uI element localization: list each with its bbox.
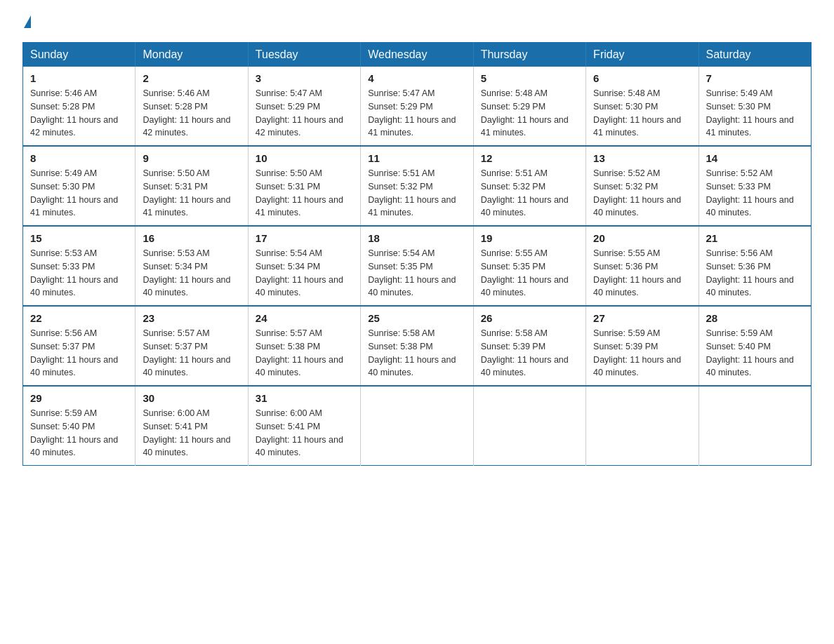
day-info: Sunrise: 5:59 AMSunset: 5:40 PMDaylight:… [30, 407, 128, 459]
day-info: Sunrise: 5:57 AMSunset: 5:37 PMDaylight:… [143, 327, 240, 380]
day-number: 19 [481, 232, 578, 244]
day-info: Sunrise: 6:00 AMSunset: 5:41 PMDaylight:… [143, 407, 240, 459]
day-number: 2 [143, 72, 240, 84]
day-number: 24 [256, 312, 353, 324]
calendar-cell: 8Sunrise: 5:49 AMSunset: 5:30 PMDaylight… [23, 146, 135, 226]
day-number: 29 [30, 392, 128, 404]
day-number: 26 [481, 312, 578, 324]
day-info: Sunrise: 5:47 AMSunset: 5:29 PMDaylight:… [256, 87, 353, 140]
day-info: Sunrise: 5:46 AMSunset: 5:28 PMDaylight:… [143, 87, 240, 140]
logo-triangle-icon [24, 15, 31, 28]
calendar-cell: 6Sunrise: 5:48 AMSunset: 5:30 PMDaylight… [586, 67, 699, 146]
day-number: 31 [256, 392, 353, 404]
calendar-cell: 26Sunrise: 5:58 AMSunset: 5:39 PMDayligh… [473, 306, 585, 386]
day-number: 6 [593, 72, 691, 84]
calendar-cell: 9Sunrise: 5:50 AMSunset: 5:31 PMDaylight… [135, 146, 248, 226]
calendar-cell: 5Sunrise: 5:48 AMSunset: 5:29 PMDaylight… [473, 67, 585, 146]
weekday-header-tuesday: Tuesday [248, 43, 360, 67]
day-info: Sunrise: 5:55 AMSunset: 5:36 PMDaylight:… [593, 247, 691, 300]
calendar-cell: 19Sunrise: 5:55 AMSunset: 5:35 PMDayligh… [473, 226, 585, 306]
day-info: Sunrise: 5:53 AMSunset: 5:33 PMDaylight:… [30, 247, 128, 300]
day-number: 3 [256, 72, 353, 84]
calendar-cell [361, 386, 473, 466]
weekday-header-saturday: Saturday [699, 43, 811, 67]
calendar-table: SundayMondayTuesdayWednesdayThursdayFrid… [22, 42, 812, 466]
calendar-cell: 11Sunrise: 5:51 AMSunset: 5:32 PMDayligh… [361, 146, 473, 226]
day-info: Sunrise: 5:54 AMSunset: 5:35 PMDaylight:… [368, 247, 465, 300]
day-info: Sunrise: 5:47 AMSunset: 5:29 PMDaylight:… [368, 87, 465, 140]
day-number: 1 [30, 72, 128, 84]
day-info: Sunrise: 5:50 AMSunset: 5:31 PMDaylight:… [256, 167, 353, 220]
day-info: Sunrise: 5:46 AMSunset: 5:28 PMDaylight:… [30, 87, 128, 140]
day-info: Sunrise: 5:54 AMSunset: 5:34 PMDaylight:… [256, 247, 353, 300]
calendar-cell: 15Sunrise: 5:53 AMSunset: 5:33 PMDayligh… [23, 226, 135, 306]
day-number: 17 [256, 232, 353, 244]
day-info: Sunrise: 5:48 AMSunset: 5:29 PMDaylight:… [481, 87, 578, 140]
day-number: 30 [143, 392, 240, 404]
calendar-cell: 7Sunrise: 5:49 AMSunset: 5:30 PMDaylight… [699, 67, 811, 146]
day-number: 21 [706, 232, 804, 244]
weekday-header-monday: Monday [135, 43, 248, 67]
calendar-cell: 10Sunrise: 5:50 AMSunset: 5:31 PMDayligh… [248, 146, 360, 226]
day-number: 11 [368, 152, 465, 164]
day-info: Sunrise: 5:50 AMSunset: 5:31 PMDaylight:… [143, 167, 240, 220]
calendar-cell: 24Sunrise: 5:57 AMSunset: 5:38 PMDayligh… [248, 306, 360, 386]
calendar-cell [473, 386, 585, 466]
week-row-1: 1Sunrise: 5:46 AMSunset: 5:28 PMDaylight… [23, 67, 812, 146]
week-row-5: 29Sunrise: 5:59 AMSunset: 5:40 PMDayligh… [23, 386, 812, 466]
weekday-header-sunday: Sunday [23, 43, 135, 67]
calendar-cell: 31Sunrise: 6:00 AMSunset: 5:41 PMDayligh… [248, 386, 360, 466]
day-number: 20 [593, 232, 691, 244]
day-number: 4 [368, 72, 465, 84]
calendar-cell: 1Sunrise: 5:46 AMSunset: 5:28 PMDaylight… [23, 67, 135, 146]
day-info: Sunrise: 5:48 AMSunset: 5:30 PMDaylight:… [593, 87, 691, 140]
calendar-cell: 23Sunrise: 5:57 AMSunset: 5:37 PMDayligh… [135, 306, 248, 386]
calendar-cell: 3Sunrise: 5:47 AMSunset: 5:29 PMDaylight… [248, 67, 360, 146]
calendar-cell: 12Sunrise: 5:51 AMSunset: 5:32 PMDayligh… [473, 146, 585, 226]
day-number: 25 [368, 312, 465, 324]
day-info: Sunrise: 6:00 AMSunset: 5:41 PMDaylight:… [256, 407, 353, 459]
calendar-cell: 21Sunrise: 5:56 AMSunset: 5:36 PMDayligh… [699, 226, 811, 306]
day-info: Sunrise: 5:52 AMSunset: 5:32 PMDaylight:… [593, 167, 691, 220]
day-number: 5 [481, 72, 578, 84]
calendar-cell: 20Sunrise: 5:55 AMSunset: 5:36 PMDayligh… [586, 226, 699, 306]
calendar-cell: 2Sunrise: 5:46 AMSunset: 5:28 PMDaylight… [135, 67, 248, 146]
logo [22, 17, 32, 29]
calendar-cell: 16Sunrise: 5:53 AMSunset: 5:34 PMDayligh… [135, 226, 248, 306]
day-number: 9 [143, 152, 240, 164]
day-number: 16 [143, 232, 240, 244]
day-info: Sunrise: 5:51 AMSunset: 5:32 PMDaylight:… [368, 167, 465, 220]
day-info: Sunrise: 5:58 AMSunset: 5:39 PMDaylight:… [481, 327, 578, 380]
calendar-cell: 30Sunrise: 6:00 AMSunset: 5:41 PMDayligh… [135, 386, 248, 466]
day-number: 23 [143, 312, 240, 324]
week-row-2: 8Sunrise: 5:49 AMSunset: 5:30 PMDaylight… [23, 146, 812, 226]
day-info: Sunrise: 5:59 AMSunset: 5:40 PMDaylight:… [706, 327, 804, 380]
day-number: 18 [368, 232, 465, 244]
weekday-header-wednesday: Wednesday [361, 43, 473, 67]
calendar-cell [586, 386, 699, 466]
day-number: 8 [30, 152, 128, 164]
day-number: 22 [30, 312, 128, 324]
day-number: 13 [593, 152, 691, 164]
weekday-header-thursday: Thursday [473, 43, 585, 67]
day-number: 12 [481, 152, 578, 164]
day-info: Sunrise: 5:49 AMSunset: 5:30 PMDaylight:… [30, 167, 128, 220]
week-row-3: 15Sunrise: 5:53 AMSunset: 5:33 PMDayligh… [23, 226, 812, 306]
day-info: Sunrise: 5:53 AMSunset: 5:34 PMDaylight:… [143, 247, 240, 300]
day-info: Sunrise: 5:58 AMSunset: 5:38 PMDaylight:… [368, 327, 465, 380]
day-number: 27 [593, 312, 691, 324]
calendar-cell: 27Sunrise: 5:59 AMSunset: 5:39 PMDayligh… [586, 306, 699, 386]
day-info: Sunrise: 5:59 AMSunset: 5:39 PMDaylight:… [593, 327, 691, 380]
calendar-cell: 28Sunrise: 5:59 AMSunset: 5:40 PMDayligh… [699, 306, 811, 386]
day-info: Sunrise: 5:56 AMSunset: 5:36 PMDaylight:… [706, 247, 804, 300]
weekday-header-row: SundayMondayTuesdayWednesdayThursdayFrid… [23, 43, 812, 67]
calendar-cell: 14Sunrise: 5:52 AMSunset: 5:33 PMDayligh… [699, 146, 811, 226]
page-header [22, 17, 812, 29]
calendar-cell: 17Sunrise: 5:54 AMSunset: 5:34 PMDayligh… [248, 226, 360, 306]
day-number: 14 [706, 152, 804, 164]
day-info: Sunrise: 5:51 AMSunset: 5:32 PMDaylight:… [481, 167, 578, 220]
day-number: 10 [256, 152, 353, 164]
day-info: Sunrise: 5:56 AMSunset: 5:37 PMDaylight:… [30, 327, 128, 380]
day-info: Sunrise: 5:57 AMSunset: 5:38 PMDaylight:… [256, 327, 353, 380]
calendar-cell [699, 386, 811, 466]
